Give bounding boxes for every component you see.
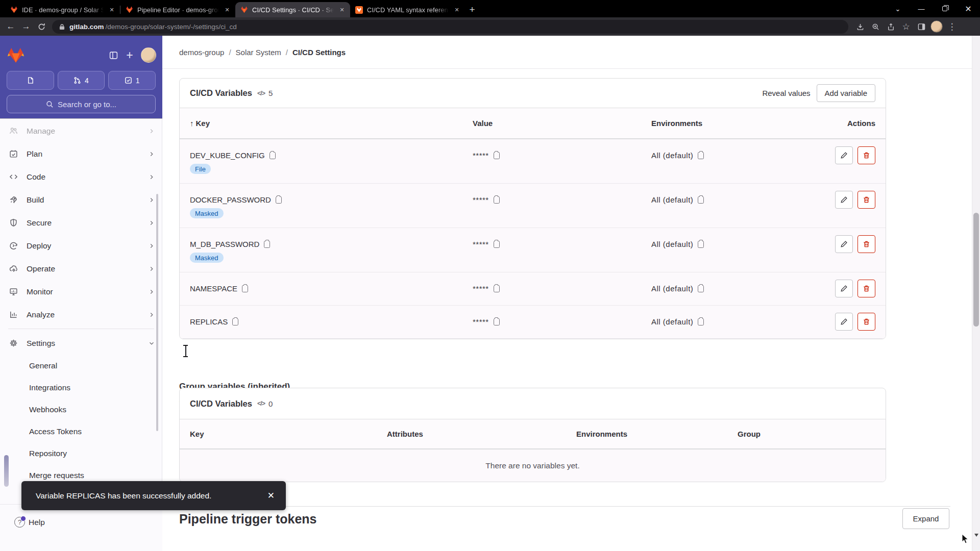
sidebar-item-plan[interactable]: Plan <box>0 142 162 165</box>
lock-icon <box>59 23 65 30</box>
sidebar-item-settings[interactable]: Settings <box>0 332 162 355</box>
variable-value: ***** <box>473 317 489 326</box>
breadcrumb-separator: / <box>229 48 231 57</box>
sidebar-scrollbar[interactable] <box>156 194 158 431</box>
browser-menu-icon[interactable]: ⋮ <box>944 19 960 34</box>
profile-avatar[interactable] <box>929 19 944 34</box>
plan-icon <box>9 149 18 158</box>
gitlab-sidebar: + 4 1 Search or go to... <box>0 36 162 551</box>
copy-environment-icon[interactable] <box>698 152 704 159</box>
sidebar-subitem-label: Merge requests <box>29 471 84 480</box>
todos-shortcut-button[interactable]: 1 <box>108 71 156 90</box>
copy-key-icon[interactable] <box>232 318 238 325</box>
sidebar-item-integrations[interactable]: Integrations <box>0 377 162 398</box>
copy-value-icon[interactable] <box>494 241 500 248</box>
copy-value-icon[interactable] <box>494 318 500 325</box>
tab-close-icon[interactable]: ✕ <box>108 6 116 14</box>
create-new-icon[interactable]: + <box>121 47 138 63</box>
browser-tab-yaml-reference[interactable]: CI/CD YAML syntax reference | G ✕ <box>350 2 465 17</box>
edit-variable-button[interactable] <box>835 191 853 209</box>
copy-value-icon[interactable] <box>494 152 500 159</box>
forward-icon[interactable]: → <box>18 19 34 34</box>
screen: IDE · demos-group / Solar Syste ✕ Pipeli… <box>0 0 980 551</box>
edit-variable-button[interactable] <box>835 146 853 164</box>
add-variable-button[interactable]: Add variable <box>817 84 875 102</box>
pencil-icon <box>840 285 848 292</box>
window-restore-button[interactable] <box>933 0 957 17</box>
tab-search-icon[interactable]: ⌄ <box>886 0 910 17</box>
url-path: /demos-group/solar-system/-/settings/ci_… <box>106 23 237 31</box>
scrollbar-down-arrow[interactable] <box>974 534 978 537</box>
reveal-values-button[interactable]: Reveal values <box>756 85 816 102</box>
gitlab-favicon <box>240 6 248 13</box>
sidebar-item-build[interactable]: Build <box>0 188 162 211</box>
sidebar-item-manage[interactable]: Manage <box>0 119 162 142</box>
sidebar-toggle-icon[interactable] <box>105 47 121 63</box>
sidebar-item-monitor[interactable]: Monitor <box>0 280 162 303</box>
delete-variable-button[interactable] <box>857 146 875 164</box>
copy-environment-icon[interactable] <box>698 241 704 248</box>
manage-icon <box>9 127 18 135</box>
issues-shortcut-button[interactable] <box>7 71 54 90</box>
sidebar-item-deploy[interactable]: Deploy <box>0 234 162 257</box>
url-bar[interactable]: gitlab.com /demos-group/solar-system/-/s… <box>52 20 848 34</box>
tab-close-icon[interactable]: ✕ <box>223 6 231 14</box>
merge-requests-shortcut-button[interactable]: 4 <box>58 71 105 90</box>
copy-key-icon[interactable] <box>276 196 282 204</box>
copy-value-icon[interactable] <box>494 285 500 292</box>
copy-key-icon[interactable] <box>270 152 276 159</box>
window-minimize-button[interactable]: — <box>910 0 933 17</box>
copy-environment-icon[interactable] <box>698 285 704 292</box>
zoom-icon[interactable] <box>868 19 883 34</box>
copy-environment-icon[interactable] <box>698 196 704 204</box>
sidebar-item-analyze[interactable]: Analyze <box>0 303 162 326</box>
copy-key-icon[interactable] <box>242 285 248 292</box>
delete-variable-button[interactable] <box>857 280 875 297</box>
sidebar-item-secure[interactable]: Secure <box>0 211 162 234</box>
delete-variable-button[interactable] <box>857 235 875 253</box>
variable-value: ***** <box>473 195 489 204</box>
sidebar-item-webhooks[interactable]: Webhooks <box>0 398 162 420</box>
sidebar-item-code[interactable]: Code <box>0 165 162 188</box>
reload-icon[interactable] <box>34 19 49 34</box>
window-close-button[interactable]: ✕ <box>957 0 980 17</box>
share-icon[interactable] <box>883 19 898 34</box>
sidebar-item-access-tokens[interactable]: Access Tokens <box>0 420 162 442</box>
download-icon[interactable] <box>852 19 868 34</box>
bookmark-star-icon[interactable]: ☆ <box>898 19 914 34</box>
page-scrollbar[interactable] <box>972 36 980 551</box>
browser-tab-pipeline-editor[interactable]: Pipeline Editor · demos-group / ✕ <box>120 2 235 17</box>
sort-ascending-icon[interactable]: ↑ <box>190 119 194 128</box>
sidebar-item-repository[interactable]: Repository <box>0 442 162 464</box>
breadcrumb-project[interactable]: Solar System <box>236 48 281 57</box>
edit-variable-button[interactable] <box>835 313 853 331</box>
side-panel-icon[interactable] <box>914 19 929 34</box>
edit-variable-button[interactable] <box>835 280 853 297</box>
back-icon[interactable]: ← <box>3 19 18 34</box>
copy-environment-icon[interactable] <box>698 318 704 325</box>
copy-key-icon[interactable] <box>264 241 270 248</box>
delete-variable-button[interactable] <box>857 191 875 209</box>
expand-button[interactable]: Expand <box>902 508 949 529</box>
edit-variable-button[interactable] <box>835 235 853 253</box>
browser-tab-cicd-settings[interactable]: CI/CD Settings · CI/CD · Settings ✕ <box>235 2 350 17</box>
sidebar-subitem-label: Repository <box>29 449 67 458</box>
search-input[interactable]: Search or go to... <box>7 95 156 113</box>
column-header-key[interactable]: Key <box>196 119 210 128</box>
breadcrumb-group[interactable]: demos-group <box>179 48 224 57</box>
browser-tab-ide[interactable]: IDE · demos-group / Solar Syste ✕ <box>5 2 120 17</box>
user-avatar[interactable] <box>141 47 156 63</box>
tab-close-icon[interactable]: ✕ <box>453 6 461 14</box>
new-tab-button[interactable]: + <box>465 3 479 17</box>
help-button[interactable]: ? Help <box>14 517 45 528</box>
delete-variable-button[interactable] <box>857 313 875 331</box>
sidebar-item-general[interactable]: General <box>0 355 162 377</box>
sidebar-divider <box>8 329 154 329</box>
toast-close-icon[interactable]: ✕ <box>266 488 276 503</box>
copy-value-icon[interactable] <box>494 196 500 204</box>
page-scrollbar-thumb[interactable] <box>973 213 979 327</box>
sidebar-subitem-label: Access Tokens <box>29 427 82 436</box>
sidebar-subitem-label: General <box>29 361 57 370</box>
sidebar-item-operate[interactable]: Operate <box>0 257 162 280</box>
tab-close-icon[interactable]: ✕ <box>338 6 346 14</box>
